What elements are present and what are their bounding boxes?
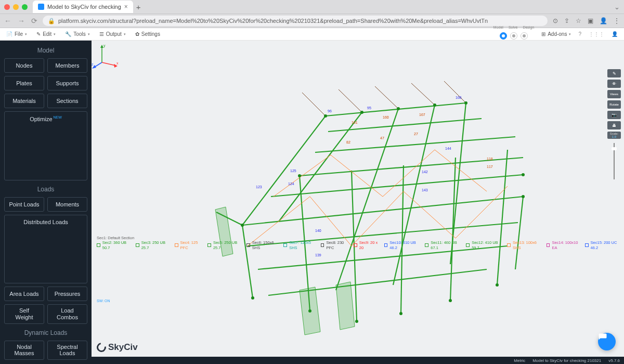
svg-point-50 xyxy=(496,283,499,287)
help-icon[interactable]: ? xyxy=(578,31,581,37)
status-bar: Metric Model to SkyCiv for checking 2103… xyxy=(92,357,624,364)
chevron-down-icon[interactable]: ⌄ xyxy=(614,3,620,11)
close-window-icon[interactable] xyxy=(4,4,10,10)
url-text: platform.skyciv.com/structural?preload_n… xyxy=(58,18,488,24)
btn-distributed-loads[interactable]: Distributed Loads xyxy=(4,215,87,284)
lock-icon: 🔒 xyxy=(48,18,55,24)
btn-nodal-masses[interactable]: Nodal Masses xyxy=(4,341,44,360)
btn-supports[interactable]: Supports xyxy=(47,76,87,90)
menu-edit[interactable]: ✎Edit▾ xyxy=(36,31,56,37)
scale-slider[interactable] xyxy=(614,143,615,179)
mode-label-model: Model xyxy=(493,25,503,29)
app-menubar: 📄File▾ ✎Edit▾ 🔧Tools▾ ☰Output▾ ✿Settings… xyxy=(0,28,624,41)
svg-text:143: 143 xyxy=(422,188,428,192)
svg-line-35 xyxy=(444,81,466,103)
svg-line-20 xyxy=(497,150,508,285)
pencil-tool-button[interactable]: ✎ xyxy=(607,69,621,77)
svg-text:27: 27 xyxy=(414,132,418,136)
forward-button[interactable]: → xyxy=(18,17,25,25)
svg-point-43 xyxy=(522,195,525,198)
svg-line-75 xyxy=(102,62,115,66)
btn-moments[interactable]: Moments xyxy=(47,197,87,212)
btn-optimize[interactable]: OptimizeNEW xyxy=(4,111,87,180)
btn-members[interactable]: Members xyxy=(47,58,87,73)
menu-tools[interactable]: 🔧Tools▾ xyxy=(65,31,89,37)
btn-plates[interactable]: Plates xyxy=(4,76,44,90)
reload-button[interactable]: ⟳ xyxy=(31,17,37,25)
svg-text:142: 142 xyxy=(422,170,428,174)
views-button[interactable]: Views xyxy=(607,90,621,98)
svg-line-31 xyxy=(302,93,326,116)
rotate-button[interactable]: Rotate xyxy=(607,100,621,109)
legend-item: Sec2: 360 UB 50.7 xyxy=(97,240,134,250)
visibility-button[interactable]: 👁 xyxy=(607,80,621,88)
svg-line-32 xyxy=(339,89,362,112)
menu-settings[interactable]: ✿Settings xyxy=(135,31,160,37)
svg-point-49 xyxy=(449,299,452,302)
svg-point-39 xyxy=(433,103,436,107)
svg-line-2 xyxy=(315,137,515,152)
btn-nodes[interactable]: Nodes xyxy=(4,58,44,73)
skyciv-icon xyxy=(95,341,108,354)
btn-load-combos[interactable]: Load Combos xyxy=(47,304,87,323)
chat-support-button[interactable] xyxy=(598,333,616,350)
profile-avatar[interactable]: 👤 xyxy=(600,17,607,24)
menu-icon[interactable]: ⋮ xyxy=(614,17,620,24)
search-icon[interactable]: ⊙ xyxy=(553,17,558,24)
mode-solve-button[interactable] xyxy=(510,32,517,40)
menu-output[interactable]: ☰Output▾ xyxy=(99,31,126,37)
minimize-window-icon[interactable] xyxy=(13,4,19,10)
svg-point-41 xyxy=(241,224,244,227)
browser-tab[interactable]: Model to SkyCiv for checking × xyxy=(33,1,133,13)
legend-item: Sec8: 230 PFC xyxy=(321,240,352,250)
apps-grid-icon[interactable]: ⋮⋮⋮ xyxy=(589,31,604,37)
svg-text:117: 117 xyxy=(487,165,493,168)
menu-addons[interactable]: ⊞Add-ons▾ xyxy=(541,31,571,37)
camera-button[interactable]: 📷 xyxy=(607,111,621,119)
wrench-icon: 🔧 xyxy=(65,31,71,37)
panel-icon[interactable]: ▣ xyxy=(588,17,593,24)
svg-line-21 xyxy=(515,197,523,269)
svg-text:82: 82 xyxy=(346,140,350,144)
bookmark-icon[interactable]: ☆ xyxy=(576,17,581,24)
menu-file[interactable]: 📄File▾ xyxy=(6,31,27,37)
model-viewport[interactable]: 1669695 142143144 123124125 140139 16116… xyxy=(92,41,624,364)
legend-item: Sec4: 125 PFC xyxy=(175,240,205,250)
scale-label: Scale:1.0 xyxy=(607,132,621,139)
new-tab-button[interactable]: + xyxy=(136,3,141,11)
window-controls[interactable] xyxy=(4,4,28,10)
sidebar-head-dynamic: Dynamic Loads xyxy=(4,329,87,336)
legend-item: Sec6: 150x6 SHS xyxy=(246,240,281,250)
addons-icon: ⊞ xyxy=(541,31,545,37)
status-units[interactable]: Metric xyxy=(514,358,525,363)
legend-item: Sec9: 20 x 20 xyxy=(354,240,382,250)
sidebar: Model Nodes Members Plates Supports Mate… xyxy=(0,41,92,364)
address-bar[interactable]: 🔒 platform.skyciv.com/structural?preload… xyxy=(43,16,548,26)
user-avatar[interactable]: 👤 xyxy=(612,31,618,37)
svg-line-19 xyxy=(450,158,456,301)
svg-point-44 xyxy=(522,173,525,176)
legend-item: Sec15: 200 UC 46.2 xyxy=(585,240,624,250)
close-tab-icon[interactable]: × xyxy=(124,3,128,10)
svg-text:161: 161 xyxy=(352,121,358,124)
btn-self-weight[interactable]: Self Weight xyxy=(4,304,44,323)
btn-area-loads[interactable]: Area Loads xyxy=(4,287,44,301)
mode-label-design: Design xyxy=(523,25,534,29)
maximize-window-icon[interactable] xyxy=(22,4,28,10)
mode-design-button[interactable] xyxy=(521,32,528,40)
back-button[interactable]: ← xyxy=(4,17,11,25)
btn-materials[interactable]: Materials xyxy=(4,94,44,108)
svg-text:96: 96 xyxy=(328,109,332,113)
svg-text:160: 160 xyxy=(383,115,389,119)
print-button[interactable]: 🖶 xyxy=(607,121,621,129)
svg-text:47: 47 xyxy=(380,136,384,140)
share-icon[interactable]: ⇪ xyxy=(564,17,569,24)
btn-point-loads[interactable]: Point Loads xyxy=(4,197,44,212)
legend-item: Sec10: 310 UB 46.2 xyxy=(384,240,423,250)
btn-spectral-loads[interactable]: Spectral Loads xyxy=(47,341,87,360)
svg-point-40 xyxy=(464,101,467,105)
btn-pressures[interactable]: Pressures xyxy=(47,287,87,301)
mode-model-button[interactable] xyxy=(500,32,507,40)
svg-line-5 xyxy=(242,197,523,225)
btn-sections[interactable]: Sections xyxy=(47,94,87,108)
